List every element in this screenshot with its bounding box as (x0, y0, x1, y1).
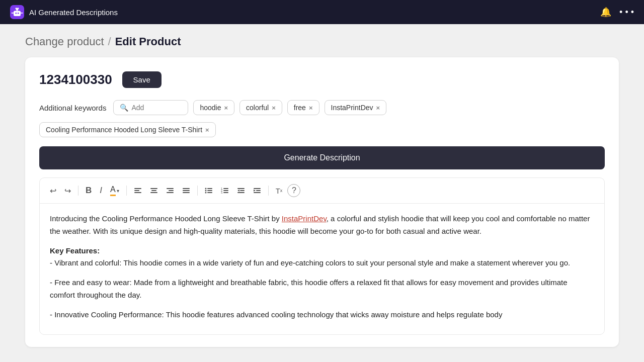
help-button[interactable]: ? (287, 184, 300, 197)
brand-name: InstaPrintDev (282, 214, 327, 223)
tag-remove-long-product[interactable]: × (205, 126, 209, 134)
highlight-button[interactable]: A ▾ (107, 183, 122, 198)
tag-long-product: Cooling Performance Hooded Long Sleeve T… (39, 122, 216, 137)
product-id: 1234100330 (39, 72, 112, 87)
tag-remove-colorful[interactable]: × (272, 104, 276, 112)
svg-rect-18 (183, 188, 190, 189)
editor-feature-3: - Innovative Cooling Performance: This h… (50, 309, 594, 321)
svg-point-23 (205, 190, 206, 192)
align-justify-button[interactable] (179, 185, 193, 197)
svg-rect-11 (134, 192, 141, 193)
svg-rect-1 (14, 11, 21, 16)
breadcrumb-change-product[interactable]: Change product (25, 35, 104, 48)
breadcrumb-separator: / (108, 35, 111, 48)
svg-rect-26 (207, 192, 212, 193)
svg-rect-39 (256, 190, 261, 191)
tag-instaprintdev: InstaPrintDev × (325, 100, 387, 115)
editor-feature-2: - Free and easy to wear: Made from a lig… (50, 277, 594, 302)
tag-label: Cooling Performance Hooded Long Sleeve T… (46, 126, 202, 134)
tag-remove-hoodie[interactable]: × (224, 104, 228, 112)
svg-rect-30 (223, 190, 228, 191)
search-icon: 🔍 (120, 104, 128, 112)
toolbar-divider-1 (78, 186, 78, 196)
toolbar-divider-2 (126, 186, 127, 196)
svg-rect-40 (254, 192, 261, 193)
editor-paragraph-intro: Introducing the Cooling Performance Hood… (50, 213, 594, 238)
generate-description-button[interactable]: Generate Description (39, 146, 605, 169)
svg-point-25 (205, 192, 206, 194)
svg-rect-9 (134, 188, 141, 189)
highlight-label: A (110, 185, 116, 196)
align-center-button[interactable] (147, 185, 161, 197)
tag-remove-free[interactable]: × (309, 104, 313, 112)
tag-free: free × (287, 100, 319, 115)
chevron-down-icon: ▾ (117, 188, 119, 194)
bullet-list-button[interactable] (202, 185, 216, 197)
svg-rect-13 (151, 190, 156, 191)
topbar-actions: 🔔 • • • (600, 7, 634, 18)
svg-marker-34 (237, 190, 239, 192)
breadcrumb: Change product / Edit Product (0, 24, 644, 57)
italic-button[interactable]: I (97, 184, 105, 198)
svg-rect-32 (223, 192, 228, 193)
app-title: AI Generated Descriptions (29, 8, 118, 17)
svg-rect-16 (169, 190, 174, 191)
clear-format-button[interactable]: Tx (273, 185, 286, 197)
topbar: AI Generated Descriptions 🔔 • • • (0, 0, 644, 24)
svg-rect-15 (167, 188, 174, 189)
product-header: 1234100330 Save (39, 71, 605, 88)
tag-label: hoodie (200, 104, 221, 112)
svg-rect-24 (207, 190, 212, 191)
indent-increase-button[interactable] (250, 185, 264, 197)
numbered-list-button[interactable]: 1.2.3. (218, 185, 232, 197)
svg-marker-38 (254, 190, 256, 192)
bold-button[interactable]: B (83, 184, 95, 198)
svg-rect-12 (150, 188, 157, 189)
svg-rect-35 (240, 190, 245, 191)
svg-point-6 (17, 8, 19, 10)
tag-label: InstaPrintDev (331, 104, 373, 112)
editor-card: ↩ ↪ B I A ▾ (39, 177, 605, 335)
app-brand: AI Generated Descriptions (10, 5, 118, 19)
tag-colorful: colorful × (239, 100, 282, 115)
save-button[interactable]: Save (122, 71, 162, 88)
keyword-input-wrap[interactable]: 🔍 (113, 100, 188, 115)
keywords-label: Additional keywords (39, 104, 106, 112)
redo-button[interactable]: ↪ (61, 184, 74, 198)
robot-icon (10, 5, 24, 19)
tag-label: colorful (246, 104, 269, 112)
notification-icon[interactable]: 🔔 (600, 7, 611, 18)
editor-paragraph-features-heading: Key Features: - Vibrant and colorful: Th… (50, 245, 594, 270)
svg-rect-10 (134, 190, 139, 191)
svg-rect-22 (207, 188, 212, 189)
svg-rect-19 (183, 190, 190, 191)
svg-rect-33 (237, 188, 245, 189)
svg-point-5 (16, 8, 18, 10)
svg-rect-28 (223, 188, 228, 189)
toolbar-divider-3 (197, 186, 198, 196)
editor-toolbar: ↩ ↪ B I A ▾ (40, 178, 604, 204)
breadcrumb-edit-product: Edit Product (115, 35, 181, 48)
svg-point-21 (205, 188, 206, 190)
keywords-row: Additional keywords 🔍 hoodie × colorful … (39, 100, 605, 115)
align-right-button[interactable] (163, 185, 177, 197)
undo-button[interactable]: ↩ (47, 184, 59, 198)
main-card: 1234100330 Save Additional keywords 🔍 ho… (25, 57, 619, 347)
tag-label: free (294, 104, 306, 112)
svg-rect-17 (167, 192, 174, 193)
svg-rect-37 (254, 188, 261, 189)
align-left-button[interactable] (131, 185, 145, 197)
tag-remove-instaprintdev[interactable]: × (376, 104, 380, 112)
svg-rect-14 (150, 192, 157, 193)
svg-text:3.: 3. (221, 191, 223, 194)
toolbar-divider-4 (268, 186, 269, 196)
long-tag-row: Cooling Performance Hooded Long Sleeve T… (39, 122, 605, 137)
svg-rect-3 (18, 13, 19, 14)
svg-rect-20 (183, 192, 190, 193)
keyword-input[interactable] (131, 104, 182, 112)
svg-rect-36 (237, 192, 245, 193)
editor-content[interactable]: Introducing the Cooling Performance Hood… (40, 204, 604, 334)
more-options-icon[interactable]: • • • (619, 7, 634, 18)
svg-rect-2 (16, 13, 17, 14)
indent-decrease-button[interactable] (234, 185, 248, 197)
